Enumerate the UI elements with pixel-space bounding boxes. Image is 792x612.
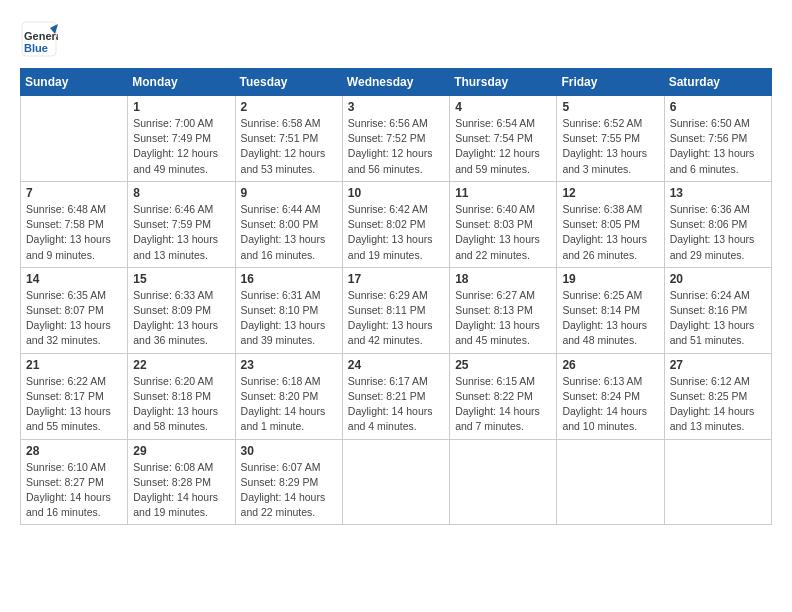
day-info: Sunrise: 7:00 AMSunset: 7:49 PMDaylight:… [133,116,229,177]
day-info: Sunrise: 6:38 AMSunset: 8:05 PMDaylight:… [562,202,658,263]
day-info: Sunrise: 6:17 AMSunset: 8:21 PMDaylight:… [348,374,444,435]
calendar-cell [557,439,664,525]
day-info: Sunrise: 6:40 AMSunset: 8:03 PMDaylight:… [455,202,551,263]
calendar-cell: 8Sunrise: 6:46 AMSunset: 7:59 PMDaylight… [128,181,235,267]
calendar-header-row: SundayMondayTuesdayWednesdayThursdayFrid… [21,69,772,96]
calendar-cell: 9Sunrise: 6:44 AMSunset: 8:00 PMDaylight… [235,181,342,267]
calendar-cell: 4Sunrise: 6:54 AMSunset: 7:54 PMDaylight… [450,96,557,182]
page-header: General Blue [20,20,772,58]
day-info: Sunrise: 6:36 AMSunset: 8:06 PMDaylight:… [670,202,766,263]
column-header-wednesday: Wednesday [342,69,449,96]
calendar-cell: 27Sunrise: 6:12 AMSunset: 8:25 PMDayligh… [664,353,771,439]
day-info: Sunrise: 6:33 AMSunset: 8:09 PMDaylight:… [133,288,229,349]
day-info: Sunrise: 6:44 AMSunset: 8:00 PMDaylight:… [241,202,337,263]
calendar-cell: 30Sunrise: 6:07 AMSunset: 8:29 PMDayligh… [235,439,342,525]
day-info: Sunrise: 6:27 AMSunset: 8:13 PMDaylight:… [455,288,551,349]
day-info: Sunrise: 6:48 AMSunset: 7:58 PMDaylight:… [26,202,122,263]
calendar-table: SundayMondayTuesdayWednesdayThursdayFrid… [20,68,772,525]
day-info: Sunrise: 6:56 AMSunset: 7:52 PMDaylight:… [348,116,444,177]
svg-text:Blue: Blue [24,42,48,54]
column-header-tuesday: Tuesday [235,69,342,96]
day-number: 30 [241,444,337,458]
day-info: Sunrise: 6:20 AMSunset: 8:18 PMDaylight:… [133,374,229,435]
day-number: 21 [26,358,122,372]
calendar-cell: 1Sunrise: 7:00 AMSunset: 7:49 PMDaylight… [128,96,235,182]
day-number: 5 [562,100,658,114]
calendar-cell: 14Sunrise: 6:35 AMSunset: 8:07 PMDayligh… [21,267,128,353]
day-info: Sunrise: 6:13 AMSunset: 8:24 PMDaylight:… [562,374,658,435]
calendar-cell: 19Sunrise: 6:25 AMSunset: 8:14 PMDayligh… [557,267,664,353]
day-info: Sunrise: 6:29 AMSunset: 8:11 PMDaylight:… [348,288,444,349]
day-info: Sunrise: 6:10 AMSunset: 8:27 PMDaylight:… [26,460,122,521]
calendar-cell: 24Sunrise: 6:17 AMSunset: 8:21 PMDayligh… [342,353,449,439]
calendar-cell: 5Sunrise: 6:52 AMSunset: 7:55 PMDaylight… [557,96,664,182]
calendar-cell: 22Sunrise: 6:20 AMSunset: 8:18 PMDayligh… [128,353,235,439]
calendar-cell: 2Sunrise: 6:58 AMSunset: 7:51 PMDaylight… [235,96,342,182]
day-number: 24 [348,358,444,372]
calendar-cell: 16Sunrise: 6:31 AMSunset: 8:10 PMDayligh… [235,267,342,353]
week-row-3: 14Sunrise: 6:35 AMSunset: 8:07 PMDayligh… [21,267,772,353]
week-row-5: 28Sunrise: 6:10 AMSunset: 8:27 PMDayligh… [21,439,772,525]
calendar-cell: 25Sunrise: 6:15 AMSunset: 8:22 PMDayligh… [450,353,557,439]
calendar-cell: 7Sunrise: 6:48 AMSunset: 7:58 PMDaylight… [21,181,128,267]
calendar-cell: 13Sunrise: 6:36 AMSunset: 8:06 PMDayligh… [664,181,771,267]
day-number: 4 [455,100,551,114]
calendar-cell: 15Sunrise: 6:33 AMSunset: 8:09 PMDayligh… [128,267,235,353]
day-info: Sunrise: 6:31 AMSunset: 8:10 PMDaylight:… [241,288,337,349]
day-number: 14 [26,272,122,286]
calendar-cell: 6Sunrise: 6:50 AMSunset: 7:56 PMDaylight… [664,96,771,182]
day-info: Sunrise: 6:52 AMSunset: 7:55 PMDaylight:… [562,116,658,177]
calendar-cell [664,439,771,525]
day-number: 9 [241,186,337,200]
day-info: Sunrise: 6:22 AMSunset: 8:17 PMDaylight:… [26,374,122,435]
column-header-thursday: Thursday [450,69,557,96]
week-row-1: 1Sunrise: 7:00 AMSunset: 7:49 PMDaylight… [21,96,772,182]
day-number: 7 [26,186,122,200]
calendar-cell: 18Sunrise: 6:27 AMSunset: 8:13 PMDayligh… [450,267,557,353]
day-info: Sunrise: 6:50 AMSunset: 7:56 PMDaylight:… [670,116,766,177]
day-number: 17 [348,272,444,286]
day-number: 3 [348,100,444,114]
day-info: Sunrise: 6:42 AMSunset: 8:02 PMDaylight:… [348,202,444,263]
day-info: Sunrise: 6:25 AMSunset: 8:14 PMDaylight:… [562,288,658,349]
day-number: 18 [455,272,551,286]
day-number: 12 [562,186,658,200]
calendar-cell: 3Sunrise: 6:56 AMSunset: 7:52 PMDaylight… [342,96,449,182]
day-info: Sunrise: 6:54 AMSunset: 7:54 PMDaylight:… [455,116,551,177]
week-row-4: 21Sunrise: 6:22 AMSunset: 8:17 PMDayligh… [21,353,772,439]
day-info: Sunrise: 6:46 AMSunset: 7:59 PMDaylight:… [133,202,229,263]
day-number: 29 [133,444,229,458]
day-info: Sunrise: 6:24 AMSunset: 8:16 PMDaylight:… [670,288,766,349]
day-number: 1 [133,100,229,114]
day-number: 22 [133,358,229,372]
calendar-cell [342,439,449,525]
calendar-cell: 11Sunrise: 6:40 AMSunset: 8:03 PMDayligh… [450,181,557,267]
calendar-cell: 12Sunrise: 6:38 AMSunset: 8:05 PMDayligh… [557,181,664,267]
day-info: Sunrise: 6:35 AMSunset: 8:07 PMDaylight:… [26,288,122,349]
calendar-cell: 17Sunrise: 6:29 AMSunset: 8:11 PMDayligh… [342,267,449,353]
calendar-cell [21,96,128,182]
column-header-friday: Friday [557,69,664,96]
day-info: Sunrise: 6:18 AMSunset: 8:20 PMDaylight:… [241,374,337,435]
calendar-cell: 23Sunrise: 6:18 AMSunset: 8:20 PMDayligh… [235,353,342,439]
day-number: 26 [562,358,658,372]
day-number: 16 [241,272,337,286]
day-number: 28 [26,444,122,458]
day-info: Sunrise: 6:58 AMSunset: 7:51 PMDaylight:… [241,116,337,177]
calendar-cell: 20Sunrise: 6:24 AMSunset: 8:16 PMDayligh… [664,267,771,353]
calendar-cell: 21Sunrise: 6:22 AMSunset: 8:17 PMDayligh… [21,353,128,439]
day-info: Sunrise: 6:15 AMSunset: 8:22 PMDaylight:… [455,374,551,435]
day-number: 6 [670,100,766,114]
day-number: 13 [670,186,766,200]
calendar-cell: 10Sunrise: 6:42 AMSunset: 8:02 PMDayligh… [342,181,449,267]
week-row-2: 7Sunrise: 6:48 AMSunset: 7:58 PMDaylight… [21,181,772,267]
day-number: 11 [455,186,551,200]
day-info: Sunrise: 6:08 AMSunset: 8:28 PMDaylight:… [133,460,229,521]
column-header-sunday: Sunday [21,69,128,96]
day-number: 23 [241,358,337,372]
column-header-monday: Monday [128,69,235,96]
day-number: 8 [133,186,229,200]
day-info: Sunrise: 6:07 AMSunset: 8:29 PMDaylight:… [241,460,337,521]
calendar-cell: 28Sunrise: 6:10 AMSunset: 8:27 PMDayligh… [21,439,128,525]
logo: General Blue [20,20,58,58]
